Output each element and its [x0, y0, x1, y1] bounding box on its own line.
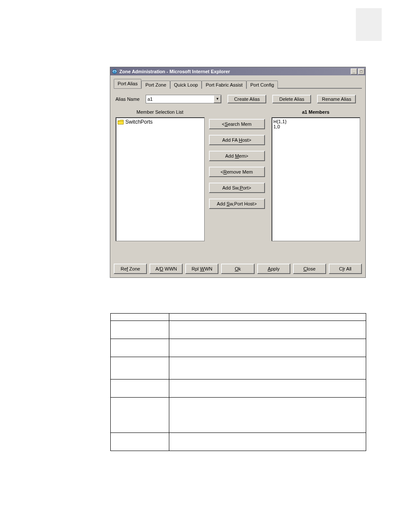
table-cell [169, 357, 366, 380]
zone-admin-window: Zone Administration - Microsoft Internet… [110, 67, 366, 278]
tab-quick-loop[interactable]: Quick Loop [170, 81, 202, 89]
table-cell [111, 321, 169, 339]
table-header-cell [169, 314, 366, 321]
ie-icon [112, 68, 118, 75]
close-button[interactable]: Close [293, 264, 326, 274]
list-item[interactable]: 1,0 [274, 124, 358, 129]
table-cell [111, 398, 169, 433]
table-cell [111, 339, 169, 357]
ref-zone-button[interactable]: Ref Zone [114, 264, 147, 274]
alias-members-list[interactable]: H{1,1} 1,0 [271, 117, 361, 241]
remove-mem-button[interactable]: <Remove Mem [209, 167, 265, 177]
tab-port-config[interactable]: Port Config [246, 81, 278, 89]
tab-port-alias[interactable]: Port Alias [114, 79, 141, 88]
bottom-button-bar: Ref Zone A/D WWN Rpl WWN Ok Apply Close [114, 264, 362, 274]
table-cell [111, 433, 169, 451]
page: Zone Administration - Microsoft Internet… [0, 0, 411, 532]
tab-port-zone[interactable]: Port Zone [141, 81, 170, 89]
table-row [111, 321, 366, 339]
member-selection-column: Member Selection List SwitchPorts [115, 109, 205, 241]
clr-all-button[interactable]: Clr All [329, 264, 362, 274]
description-table [110, 313, 366, 451]
rpl-wwn-button[interactable]: Rpl WWN [185, 264, 218, 274]
alias-name-value: a1 [147, 96, 153, 102]
alias-members-header: a1 Members [271, 109, 361, 115]
search-mem-button[interactable]: <Search Mem [209, 119, 265, 129]
table-cell [169, 321, 366, 339]
combo-dropdown-button[interactable]: ▼ [214, 95, 221, 103]
folder-icon [118, 120, 124, 124]
table-row [111, 433, 366, 451]
window-title: Zone Administration - Microsoft Internet… [119, 69, 230, 74]
delete-alias-button[interactable]: Delete Alias [272, 95, 311, 103]
member-selection-header: Member Selection List [115, 109, 205, 115]
tab-row: Port Alias Port Zone Quick Loop Port Fab… [114, 79, 362, 88]
table-header-cell [111, 314, 169, 321]
table-row [111, 314, 366, 321]
table-row [111, 380, 366, 398]
table-cell [169, 380, 366, 398]
table-cell [111, 380, 169, 398]
add-fa-host-button[interactable]: Add FA Host> [209, 135, 265, 145]
table-row [111, 357, 366, 380]
add-mem-button[interactable]: Add Mem> [209, 151, 265, 161]
minimize-button[interactable]: _ [351, 68, 357, 75]
table-row [111, 339, 366, 357]
alias-name-combo[interactable]: a1 ▼ [146, 95, 221, 103]
window-controls: _ □ [350, 68, 365, 75]
member-selection-list[interactable]: SwitchPorts [115, 117, 205, 241]
switchports-tree-item[interactable]: SwitchPorts [118, 119, 202, 125]
alias-name-row: Alias Name a1 ▼ Create Alias Delete Alia… [114, 95, 362, 103]
table-cell [111, 357, 169, 380]
tab-port-fabric-assist[interactable]: Port Fabric Assist [202, 81, 246, 89]
alias-members-column: a1 Members H{1,1} 1,0 [271, 109, 361, 241]
margin-box [356, 8, 382, 41]
add-sw-port-button[interactable]: Add Sw,Port> [209, 183, 265, 193]
table-cell [169, 339, 366, 357]
create-alias-button[interactable]: Create Alias [227, 95, 266, 103]
apply-button[interactable]: Apply [257, 264, 290, 274]
ad-wwn-button[interactable]: A/D WWN [149, 264, 183, 274]
transfer-buttons-column: <Search Mem Add FA Host> Add Mem> <Remov… [209, 109, 267, 241]
table-cell [169, 433, 366, 451]
table-cell [169, 398, 366, 433]
add-sw-port-host-button[interactable]: Add Sw,Port Host> [209, 199, 265, 209]
alias-name-label: Alias Name [115, 96, 140, 102]
table-row [111, 398, 366, 433]
lists-area: Member Selection List SwitchPorts [114, 109, 362, 241]
list-item[interactable]: H{1,1} [274, 119, 358, 124]
switchports-label: SwitchPorts [125, 119, 153, 125]
rename-alias-button[interactable]: Rename Alias [317, 95, 356, 103]
ok-button[interactable]: Ok [221, 264, 254, 274]
client-area: Port Alias Port Zone Quick Loop Port Fab… [110, 75, 365, 277]
titlebar: Zone Administration - Microsoft Internet… [110, 67, 365, 75]
maximize-button[interactable]: □ [358, 68, 364, 75]
